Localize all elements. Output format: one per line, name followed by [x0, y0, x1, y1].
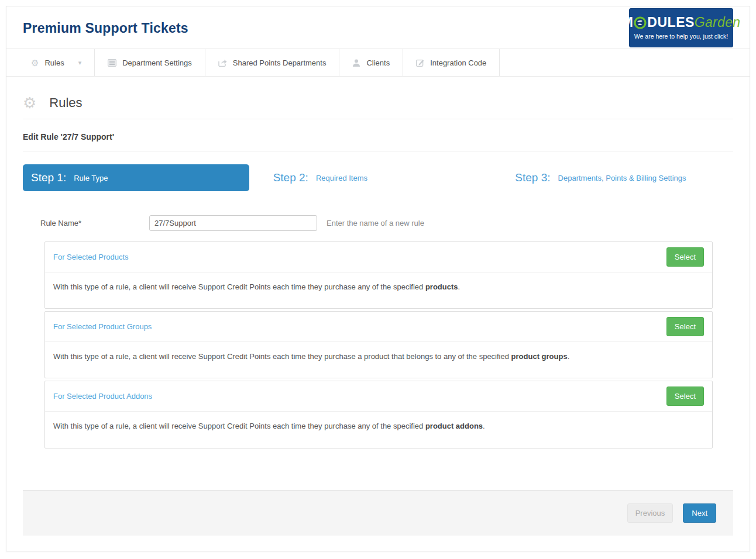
list-icon — [108, 59, 116, 67]
select-product-groups-button[interactable]: Select — [666, 317, 704, 336]
rule-type-options: For Selected Products Select With this t… — [44, 241, 713, 448]
description-bold: product addons — [425, 422, 483, 430]
nav-item-label: Clients — [366, 58, 390, 67]
panel-description: With this type of a rule, a client will … — [45, 342, 712, 378]
step-tabs: Step 1: Rule Type Step 2: Required Items… — [23, 164, 733, 191]
rule-name-helper-text: Enter the name of a new rule — [327, 219, 424, 227]
description-text: With this type of a rule, a client will … — [53, 422, 425, 430]
nav-item-integration-code[interactable]: Integration Code — [403, 49, 500, 76]
share-icon — [218, 59, 227, 67]
logo-text-dules: DULES — [647, 16, 694, 29]
nav-item-clients[interactable]: Clients — [339, 49, 403, 76]
rule-name-label: Rule Name* — [40, 219, 149, 227]
step-prefix: Step 2: — [273, 171, 308, 184]
step-prefix: Step 1: — [31, 171, 66, 184]
nav-item-department-settings[interactable]: Department Settings — [95, 49, 205, 76]
globe-icon — [634, 16, 647, 29]
previous-button[interactable]: Previous — [627, 503, 673, 523]
description-bold: product groups — [511, 352, 568, 361]
nav-item-rules[interactable]: ⚙ Rules ▾ — [23, 49, 95, 76]
panel-description: With this type of a rule, a client will … — [45, 412, 712, 447]
module-nav: ⚙ Rules ▾ Department Settings Shared Poi… — [6, 49, 750, 77]
select-product-addons-button[interactable]: Select — [666, 387, 704, 406]
panel-description: With this type of a rule, a client will … — [45, 272, 712, 308]
rule-name-input[interactable] — [149, 215, 317, 231]
nav-item-label: Integration Code — [430, 58, 486, 67]
gear-icon: ⚙ — [31, 58, 39, 67]
logo-wordmark: M DULES Garden — [622, 16, 741, 29]
rule-type-panel-product-addons: For Selected Product Addons Select With … — [44, 381, 713, 448]
tab-step-2-required-items[interactable]: Step 2: Required Items — [265, 164, 492, 191]
module-panel: Premium Support Tickets M DULES Garden W… — [6, 6, 750, 551]
gear-icon: ⚙ — [23, 95, 36, 111]
modulesgarden-logo[interactable]: M DULES Garden We are here to help you, … — [629, 8, 733, 47]
step-label: Rule Type — [74, 174, 108, 182]
panel-header: For Selected Product Addons Select — [45, 381, 712, 412]
rule-name-row: Rule Name* Enter the name of a new rule — [23, 215, 733, 231]
header: Premium Support Tickets M DULES Garden W… — [6, 6, 750, 49]
panel-header: For Selected Product Groups Select — [45, 312, 712, 342]
nav-item-label: Shared Points Departments — [233, 58, 327, 67]
section-title: Rules — [49, 95, 82, 111]
step-label: Required Items — [316, 174, 367, 182]
select-products-button[interactable]: Select — [666, 247, 704, 267]
rule-type-panel-product-groups: For Selected Product Groups Select With … — [44, 311, 713, 378]
section-header: ⚙ Rules — [23, 95, 733, 119]
page-title: Premium Support Tickets — [23, 20, 188, 36]
nav-item-shared-points-departments[interactable]: Shared Points Departments — [205, 49, 340, 76]
edit-icon — [416, 59, 424, 67]
description-period: . — [458, 282, 461, 291]
rule-type-link-product-groups[interactable]: For Selected Product Groups — [53, 322, 152, 331]
chevron-down-icon: ▾ — [78, 59, 82, 67]
user-icon — [352, 59, 360, 67]
rule-type-panel-products: For Selected Products Select With this t… — [44, 241, 713, 309]
description-period: . — [568, 352, 570, 361]
panel-header: For Selected Products Select — [45, 242, 712, 272]
nav-item-label: Rules — [44, 58, 64, 67]
description-text: With this type of a rule, a client will … — [53, 282, 425, 291]
rule-type-link-products[interactable]: For Selected Products — [53, 253, 129, 261]
edit-rule-subheading: Edit Rule '27/7 Support' — [23, 119, 733, 151]
step-prefix: Step 3: — [515, 171, 550, 184]
logo-text-garden: Garden — [695, 16, 741, 29]
tab-step-3-departments-points-billing[interactable]: Step 3: Departments, Points & Billing Se… — [507, 164, 733, 191]
rule-type-link-product-addons[interactable]: For Selected Product Addons — [53, 392, 152, 401]
wizard-footer: Previous Next — [23, 490, 733, 536]
logo-text-m: M — [622, 16, 634, 29]
next-button[interactable]: Next — [683, 503, 716, 523]
description-period: . — [483, 422, 485, 430]
content-area: ⚙ Rules Edit Rule '27/7 Support' Step 1:… — [6, 95, 750, 536]
description-text: With this type of a rule, a client will … — [53, 352, 511, 361]
logo-tagline: We are here to help you, just click! — [634, 33, 728, 40]
description-bold: products — [425, 282, 458, 291]
nav-item-label: Department Settings — [122, 58, 192, 67]
step-label: Departments, Points & Billing Settings — [558, 174, 686, 182]
tab-step-1-rule-type[interactable]: Step 1: Rule Type — [23, 164, 249, 191]
